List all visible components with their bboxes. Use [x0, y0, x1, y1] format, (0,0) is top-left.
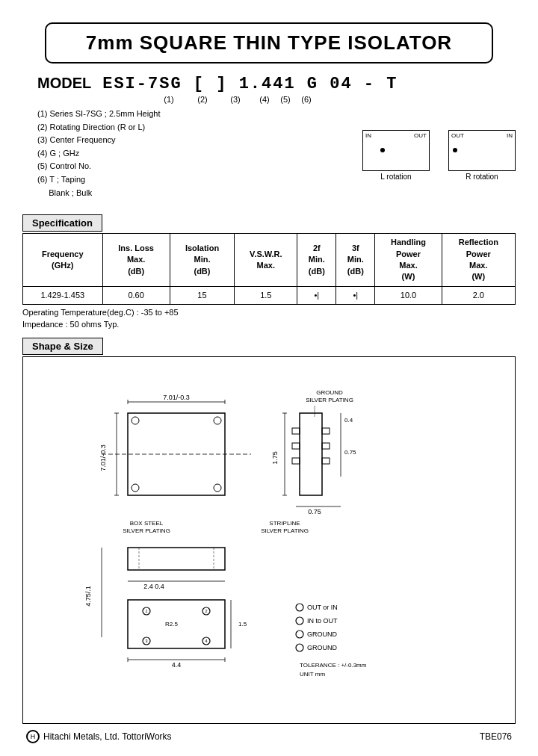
r-rotation-box: OUT IN [448, 130, 516, 171]
document-code: TBE076 [480, 731, 512, 742]
spec-table: Frequency(GHz) Ins. LossMax.(dB) Isolati… [22, 233, 516, 305]
svg-point-61 [296, 604, 303, 611]
company-icon: H [26, 730, 40, 743]
r-rotation-label: R rotation [448, 173, 516, 181]
cell-3f: •| [336, 286, 375, 304]
svg-text:GROUND: GROUND [307, 644, 337, 651]
svg-point-3 [214, 417, 221, 424]
svg-point-67 [296, 644, 303, 651]
desc-7: Blank ; Bulk [37, 187, 340, 200]
svg-point-2 [132, 417, 139, 424]
model-num-6: (6) [296, 95, 317, 104]
svg-text:OUT or IN: OUT or IN [307, 604, 338, 611]
svg-rect-16 [292, 443, 300, 449]
svg-text:TOLERANCE : +/-0.3mm: TOLERANCE : +/-0.3mm [300, 662, 367, 669]
svg-text:SILVER PLATING: SILVER PLATING [306, 397, 353, 403]
col-vswr: V.S.W.R.Max. [235, 234, 297, 287]
svg-text:GROUND: GROUND [307, 630, 337, 638]
model-num-4: (4) [254, 95, 275, 104]
svg-rect-38 [128, 548, 225, 570]
col-handling: HandlingPowerMax.(W) [375, 234, 442, 287]
svg-text:SILVER PLATING: SILVER PLATING [123, 527, 170, 534]
svg-text:7.01/-0.3: 7.01/-0.3 [163, 394, 190, 401]
svg-point-5 [214, 484, 221, 492]
col-reflection: ReflectionPowerMax.(W) [442, 234, 515, 287]
rotation-diagrams: IN OUT L rotation OUT IN R rotation [362, 108, 516, 199]
svg-text:0.75: 0.75 [344, 449, 356, 456]
svg-text:2.4   0.4: 2.4 0.4 [143, 583, 164, 590]
svg-rect-18 [322, 428, 330, 434]
page-title: 7mm SQUARE THIN TYPE ISOLATOR [61, 31, 477, 55]
specification-header: Specification [22, 214, 102, 232]
svg-text:SILVER PLATING: SILVER PLATING [261, 527, 309, 534]
svg-text:1.5: 1.5 [238, 621, 247, 628]
svg-rect-17 [292, 458, 300, 464]
model-label: MODEL [37, 75, 91, 92]
model-num-3: (3) [217, 95, 254, 104]
col-3f: 3fMin.(dB) [336, 234, 375, 287]
model-desc: (1) Series SI-7SG ; 2.5mm Height (2) Rot… [37, 108, 516, 199]
impedance: Impedance : 50 ohms Typ. [22, 320, 516, 329]
model-num-2: (2) [188, 95, 217, 104]
col-frequency: Frequency(GHz) [23, 234, 103, 287]
svg-point-63 [296, 617, 303, 625]
l-rotation-label: L rotation [362, 173, 430, 181]
svg-text:4.75/.1: 4.75/.1 [84, 586, 92, 607]
svg-text:STRIPLINE: STRIPLINE [269, 520, 300, 527]
company-name: Hitachi Metals, Ltd. TottoriWorks [43, 731, 172, 742]
svg-point-65 [296, 630, 303, 638]
svg-rect-15 [292, 428, 300, 434]
footer: H Hitachi Metals, Ltd. TottoriWorks TBE0… [22, 730, 516, 743]
model-section: MODEL ESI-7SG [ ] 1.441 G 04 - T (1) (2)… [22, 75, 516, 199]
desc-2: (2) Rotating Direction (R or L) [37, 121, 340, 134]
desc-1: (1) Series SI-7SG ; 2.5mm Height [37, 108, 340, 121]
col-2f: 2fMin.(dB) [297, 234, 336, 287]
company-logo: H Hitachi Metals, Ltd. TottoriWorks [26, 730, 172, 743]
svg-rect-14 [300, 413, 322, 495]
cell-2f: •| [297, 286, 336, 304]
svg-text:IN to OUT: IN to OUT [307, 617, 338, 625]
model-numbers: (1) (2) (3) (4) (5) (6) [134, 95, 516, 104]
operating-temp: Operating Temperature(deg.C) : -35 to +8… [22, 308, 516, 317]
cell-ins-loss: 0.60 [102, 286, 170, 304]
title-box: 7mm SQUARE THIN TYPE ISOLATOR [45, 22, 493, 63]
svg-text:UNIT mm: UNIT mm [300, 671, 325, 678]
svg-rect-20 [322, 458, 330, 464]
svg-text:0.75: 0.75 [308, 508, 321, 515]
col-isolation: IsolationMin.(dB) [170, 234, 235, 287]
cell-reflection: 2.0 [442, 286, 515, 304]
diagram-area: 7.01/-0.3 7.01/-0.3 1.75 GRO [31, 368, 507, 712]
svg-text:3: 3 [145, 639, 148, 643]
cell-isolation: 15 [170, 286, 235, 304]
svg-text:4.4: 4.4 [172, 661, 182, 669]
cell-frequency: 1.429-1.453 [23, 286, 103, 304]
svg-text:2: 2 [205, 609, 208, 613]
svg-rect-19 [322, 443, 330, 449]
cell-vswr: 1.5 [235, 286, 297, 304]
svg-text:4: 4 [205, 639, 208, 643]
model-num-1: (1) [149, 95, 188, 104]
desc-5: (5) Control No. [37, 160, 340, 173]
desc-6: (6) T ; Taping [37, 173, 340, 187]
model-descriptions: (1) Series SI-7SG ; 2.5mm Height (2) Rot… [37, 108, 340, 199]
desc-3: (3) Center Frequency [37, 134, 340, 147]
svg-text:1.75: 1.75 [271, 451, 279, 465]
svg-text:GROUND: GROUND [316, 389, 343, 396]
desc-4: (4) G ; GHz [37, 147, 340, 161]
svg-text:R2.5: R2.5 [165, 621, 178, 628]
svg-text:BOX STEEL: BOX STEEL [130, 520, 164, 527]
model-num-5: (5) [275, 95, 296, 104]
svg-text:1: 1 [145, 609, 148, 613]
svg-text:7.01/-0.3: 7.01/-0.3 [99, 444, 107, 471]
model-value: ESI-7SG [ ] 1.441 G 04 - T [102, 75, 398, 93]
shape-size-box: 7.01/-0.3 7.01/-0.3 1.75 GRO [22, 356, 516, 724]
svg-text:0.4: 0.4 [344, 417, 353, 424]
technical-drawing: 7.01/-0.3 7.01/-0.3 1.75 GRO [31, 368, 509, 712]
col-ins-loss: Ins. LossMax.(dB) [102, 234, 170, 287]
l-rotation-box: IN OUT [362, 130, 430, 171]
shape-size-header: Shape & Size [22, 338, 103, 355]
cell-handling: 10.0 [375, 286, 442, 304]
svg-point-4 [132, 484, 139, 492]
